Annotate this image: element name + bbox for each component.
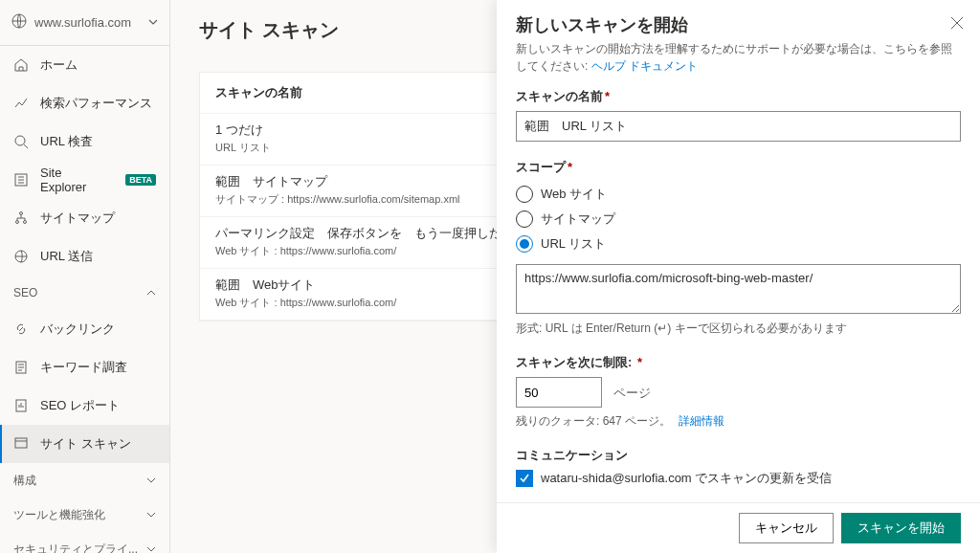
cancel-button[interactable]: キャンセル [739,513,834,543]
new-scan-panel: 新しいスキャンを開始 新しいスキャンの開始方法を理解するためにサポートが必要な場… [497,0,980,553]
quota-text: 残りのクォータ: 647 ページ。詳細情報 [516,413,961,430]
chevron-down-icon [146,476,156,485]
help-link[interactable]: ヘルプ ドキュメント [591,59,698,73]
svg-point-1 [15,136,25,145]
report-icon [13,398,29,413]
scope-website-radio[interactable]: Web サイト [516,182,961,207]
limit-label: スキャンを次に制限: * [516,354,961,371]
close-button[interactable] [947,13,967,33]
nav-keyword[interactable]: キーワード調査 [0,348,169,387]
nav-performance[interactable]: 検索パフォーマンス [0,84,169,122]
sidebar: www.surlofia.com ホーム 検索パフォーマンス URL 検査 Si… [0,0,170,553]
panel-footer: キャンセル スキャンを開始 [497,502,980,553]
beta-badge: BETA [125,174,156,186]
communication-label: コミュニケーション [516,447,961,464]
globe-icon [11,13,27,32]
radio-icon [516,186,533,203]
scan-name-label: スキャンの名前* [516,88,961,105]
nav-site-explorer[interactable]: Site Explorer BETA [0,161,169,199]
url-list-input[interactable] [516,264,961,314]
globe-icon [13,249,29,264]
nav-home[interactable]: ホーム [0,46,169,84]
limit-unit: ページ [613,386,651,400]
svg-point-4 [16,221,19,224]
nav-url-submit[interactable]: URL 送信 [0,237,169,276]
svg-rect-9 [15,438,27,448]
home-icon [13,57,29,73]
panel-title: 新しいスキャンを開始 [516,13,961,36]
site-selector[interactable]: www.surlofia.com [0,0,169,46]
url-help-text: 形式: URL は Enter/Return (↵) キーで区切られる必要があり… [516,321,961,337]
nav-backlink[interactable]: バックリンク [0,310,169,348]
svg-point-5 [24,221,27,224]
communication-checkbox[interactable]: wataru-shida@surlofia.com でスキャンの更新を受信 [516,470,961,487]
chevron-up-icon [146,288,156,298]
nav-sitemap[interactable]: サイトマップ [0,199,169,237]
panel-body[interactable]: スキャンの名前* スコープ* Web サイト サイトマップ URL リスト 形式… [497,82,980,502]
nav-section-security[interactable]: セキュリティとプライ... [0,532,169,553]
sitemap-icon [13,210,29,226]
nav-scroll[interactable]: ホーム 検索パフォーマンス URL 検査 Site Explorer BETA … [0,46,169,553]
svg-point-3 [20,212,23,215]
link-icon [13,321,29,337]
panel-subtitle: 新しいスキャンの開始方法を理解するためにサポートが必要な場合は、こちらを参照して… [516,40,961,75]
nav-section-tools[interactable]: ツールと機能強化 [0,498,169,532]
nav-url-inspect[interactable]: URL 検査 [0,122,169,161]
search-icon [13,134,29,149]
chevron-down-icon [146,510,156,520]
document-icon [13,360,29,375]
scope-label: スコープ* [516,159,961,176]
quota-link[interactable]: 詳細情報 [679,414,724,428]
nav-seo-report[interactable]: SEO レポート [0,387,169,425]
scope-sitemap-radio[interactable]: サイトマップ [516,207,961,232]
nav-site-scan[interactable]: サイト スキャン [0,425,169,463]
chart-icon [13,96,29,111]
panel-header: 新しいスキャンを開始 新しいスキャンの開始方法を理解するためにサポートが必要な場… [497,0,980,82]
list-icon [13,172,29,188]
nav-section-config[interactable]: 構成 [0,463,169,498]
chevron-down-icon [146,544,156,553]
scan-icon [13,436,29,452]
site-url: www.surlofia.com [34,15,148,30]
radio-icon [516,210,533,228]
radio-icon [516,235,533,253]
scan-name-input[interactable] [516,111,961,142]
checkbox-icon [516,470,533,487]
limit-input[interactable] [516,377,602,408]
start-scan-button[interactable]: スキャンを開始 [841,513,961,543]
chevron-down-icon [148,15,158,30]
scope-urllist-radio[interactable]: URL リスト [516,232,961,256]
nav-section-seo[interactable]: SEO [0,276,169,310]
close-icon [950,16,964,30]
